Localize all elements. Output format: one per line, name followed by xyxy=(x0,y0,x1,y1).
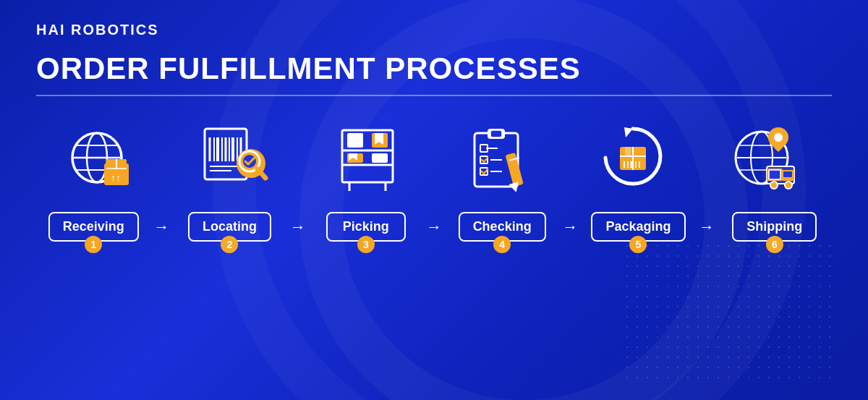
svg-rect-34 xyxy=(372,153,388,163)
icons-row: ↑↑ xyxy=(36,118,832,197)
step-icon-locating xyxy=(169,118,301,197)
step-text-checking: Checking xyxy=(473,219,532,234)
svg-rect-31 xyxy=(347,133,363,148)
page-title: ORDER FULFILLMENT PROCESSES xyxy=(36,51,832,86)
step-label-checking: Checking 4 xyxy=(445,212,559,242)
step-label-receiving: Receiving 1 xyxy=(36,212,150,242)
step-number-locating: 2 xyxy=(221,236,238,253)
step-text-receiving: Receiving xyxy=(63,219,124,234)
step-icon-picking xyxy=(302,118,434,197)
step-icon-receiving: ↑↑ xyxy=(36,118,169,197)
svg-point-69 xyxy=(770,182,778,189)
step-text-shipping: Shipping xyxy=(746,219,802,234)
arrow-2-3: → xyxy=(287,218,309,237)
brand-name: HAI ROBOTICS xyxy=(36,22,159,38)
title-divider xyxy=(36,95,832,96)
svg-rect-37 xyxy=(490,130,502,137)
step-text-picking: Picking xyxy=(343,219,389,234)
svg-text:↑↑: ↑↑ xyxy=(111,172,121,184)
step-label-picking: Picking 3 xyxy=(309,212,423,242)
svg-point-63 xyxy=(774,133,783,142)
step-number-checking: 4 xyxy=(493,236,511,253)
decorative-dots xyxy=(622,241,839,386)
step-label-packaging: Packaging 5 xyxy=(581,212,695,242)
svg-rect-44 xyxy=(505,153,523,187)
svg-marker-47 xyxy=(624,127,633,137)
step-number-shipping: 6 xyxy=(766,236,783,253)
labels-row: Receiving 1 → Locating 2 → Picking 3 → C… xyxy=(36,212,832,242)
arrow-5-6: → xyxy=(696,218,718,237)
arrow-3-4: → xyxy=(423,218,445,237)
step-icon-checking xyxy=(434,118,566,197)
step-icon-shipping xyxy=(699,118,832,197)
arrow-1-2: → xyxy=(150,218,172,237)
step-icon-packaging xyxy=(566,118,699,197)
step-label-shipping: Shipping 6 xyxy=(718,212,832,242)
svg-point-70 xyxy=(785,182,792,189)
step-number-receiving: 1 xyxy=(85,236,102,253)
step-text-packaging: Packaging xyxy=(605,219,671,234)
step-number-picking: 3 xyxy=(357,236,375,253)
step-number-packaging: 5 xyxy=(629,236,647,253)
svg-rect-68 xyxy=(769,170,780,179)
step-text-locating: Locating xyxy=(203,219,257,234)
arrow-4-5: → xyxy=(559,218,581,237)
svg-rect-66 xyxy=(783,171,792,177)
logo: HAI ROBOTICS xyxy=(36,22,832,38)
svg-line-25 xyxy=(258,169,265,178)
main-container: HAI ROBOTICS ORDER FULFILLMENT PROCESSES xyxy=(0,0,868,400)
step-label-locating: Locating 2 xyxy=(172,212,286,242)
svg-rect-51 xyxy=(625,147,631,156)
